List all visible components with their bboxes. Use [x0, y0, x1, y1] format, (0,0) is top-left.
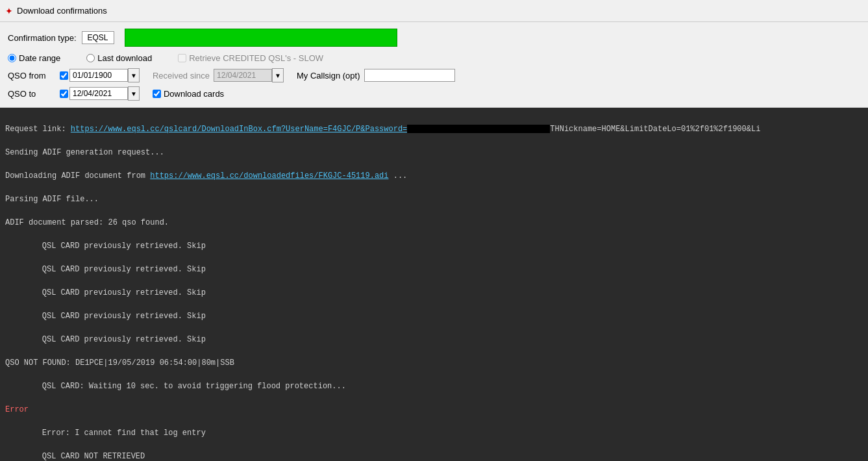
qso-to-input-group: ▼	[60, 86, 140, 101]
qso-from-label: QSO from	[8, 71, 60, 81]
last-download-radio-group: Last download	[86, 53, 152, 63]
qso-from-checkbox[interactable]	[60, 71, 68, 80]
title-bar-text: Download confirmations	[17, 6, 107, 16]
log-line: QSL CARD previously retrieved. Skip	[5, 334, 863, 345]
log-link[interactable]: https://www.eqsl.cc/qslcard/DownloadInBo…	[71, 125, 407, 134]
log-line: Error	[5, 404, 863, 416]
callsign-input[interactable]	[364, 69, 455, 82]
qso-to-label: QSO to	[8, 89, 60, 99]
row-date-options: Date range Last download Retrieve CREDIT…	[8, 53, 860, 63]
callsign-label: My Callsign (opt)	[297, 71, 360, 81]
log-line: QSO NOT FOUND: DE1PCE|19/05/2019 06:54:0…	[5, 357, 863, 369]
qso-from-input-group: ▼	[60, 68, 140, 82]
received-since-label: Received since	[153, 71, 210, 81]
log-line: Sending ADIF generation request...	[5, 147, 863, 158]
title-bar: ✦ Download confirmations	[0, 0, 868, 22]
download-cards-label: Download cards	[164, 89, 224, 99]
log-area[interactable]: Request link: https://www.eqsl.cc/qslcar…	[0, 108, 868, 461]
log-line: QSL CARD previously retrieved. Skip	[5, 310, 863, 322]
log-line: Parsing ADIF file...	[5, 193, 863, 205]
date-range-label: Date range	[19, 53, 60, 63]
log-line: QSL CARD: Waiting 10 sec. to avoid trigg…	[5, 380, 863, 392]
download-cards-group: Download cards	[153, 89, 224, 99]
row-qso-from: QSO from ▼ Received since ▼ My Callsign …	[8, 68, 860, 82]
log-line: QSL CARD previously retrieved. Skip	[5, 240, 863, 252]
received-since-group: Received since ▼	[153, 68, 284, 82]
callsign-group: My Callsign (opt)	[297, 69, 455, 82]
qso-to-input[interactable]	[69, 87, 128, 100]
retrieve-credited-checkbox[interactable]	[178, 54, 186, 62]
eqsl-button[interactable]: EQSL	[82, 31, 114, 44]
confirmation-type-label: Confirmation type:	[8, 33, 77, 43]
retrieve-credited-label: Retrieve CREDITED QSL's - SLOW	[189, 53, 323, 63]
date-range-radio[interactable]	[8, 54, 16, 62]
last-download-radio[interactable]	[86, 54, 95, 62]
log-line: Downloading ADIF document from https://w…	[5, 170, 863, 182]
qso-from-input[interactable]	[69, 69, 128, 82]
log-line: Error: I cannot find that log entry	[5, 427, 863, 439]
last-download-label: Last download	[97, 53, 152, 63]
app-icon: ✦	[5, 6, 13, 16]
redacted-block	[407, 125, 550, 133]
log-line: QSL CARD NOT RETRIEVED	[5, 451, 863, 461]
qso-to-dropdown-btn[interactable]: ▼	[128, 86, 140, 101]
qso-to-checkbox[interactable]	[60, 90, 68, 98]
log-line: QSL CARD previously retrieved. Skip	[5, 264, 863, 275]
retrieve-credited-group: Retrieve CREDITED QSL's - SLOW	[178, 53, 323, 63]
row-confirmation-type: Confirmation type: EQSL	[8, 29, 860, 47]
log-line: Request link: https://www.eqsl.cc/qslcar…	[5, 123, 863, 135]
controls-area: Confirmation type: EQSL Date range Last …	[0, 22, 868, 108]
log-line: ADIF document parsed: 26 qso found.	[5, 217, 863, 229]
received-since-dropdown-btn[interactable]: ▼	[272, 68, 284, 82]
received-since-input[interactable]	[214, 69, 272, 82]
row-qso-to: QSO to ▼ Download cards	[8, 86, 860, 101]
download-cards-checkbox[interactable]	[153, 90, 161, 98]
log-link[interactable]: https://www.eqsl.cc/downloadedfiles/FKGJ…	[150, 171, 388, 181]
progress-bar	[125, 29, 397, 47]
date-range-radio-group: Date range	[8, 53, 60, 63]
log-line: QSL CARD previously retrieved. Skip	[5, 287, 863, 299]
qso-from-dropdown-btn[interactable]: ▼	[128, 68, 140, 82]
